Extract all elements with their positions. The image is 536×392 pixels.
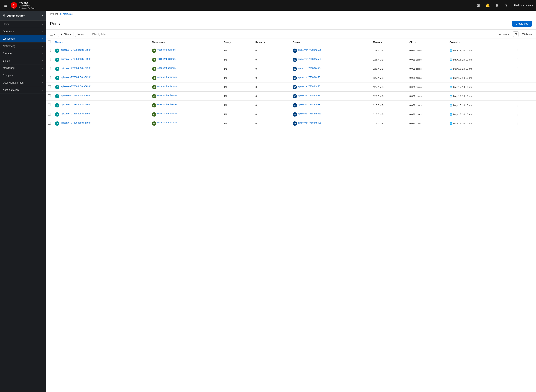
sidebar-item-builds[interactable]: Builds › (0, 57, 46, 65)
namespace-link-6[interactable]: openshift-apiserver (157, 103, 177, 106)
row-checkbox-1[interactable] (48, 58, 51, 61)
memory-sort-button[interactable]: Memory ↕ (373, 41, 405, 44)
row-kebab-button-1[interactable]: ⋮ (515, 57, 520, 62)
row-kebab-button-3[interactable]: ⋮ (515, 75, 520, 80)
created-sort-icon: ↕ (459, 41, 460, 43)
owner-icon-7: NS (293, 112, 297, 117)
owner-link-4[interactable]: apiserver-776884d58d (298, 85, 321, 88)
pod-name-link-7[interactable]: apiserver-776884d58d-6k98f (61, 112, 90, 115)
sidebar-item-workloads[interactable]: Workloads › (0, 35, 46, 42)
row-checkbox-3[interactable] (48, 76, 51, 79)
row-checkbox-6[interactable] (48, 103, 51, 106)
owner-sort-button[interactable]: Owner ↕ (293, 41, 369, 44)
select-all-checkbox[interactable] (50, 33, 53, 36)
sidebar-item-administration[interactable]: Administration › (0, 86, 46, 94)
owner-link-0[interactable]: apiserver-776884d58d (298, 48, 321, 51)
row-checkbox-2[interactable] (48, 67, 51, 70)
pod-name-link-3[interactable]: apiserver-776884d58d-6k98f (61, 76, 90, 79)
notifications-bell-button[interactable]: 🔔 (485, 3, 491, 8)
sidebar-item-user-management-chevron-icon: › (42, 81, 43, 84)
project-selector[interactable]: all projects ▾ (60, 13, 73, 15)
row-memory-cell: 125.7 MiB (371, 55, 407, 64)
sidebar-item-networking[interactable]: Networking › (0, 42, 46, 50)
name-filter-dropdown-button[interactable]: Name ▾ (75, 32, 88, 37)
pod-status-icon-2: P (55, 67, 59, 71)
row-kebab-button-5[interactable]: ⋮ (515, 93, 520, 99)
row-kebab-button-4[interactable]: ⋮ (515, 84, 520, 90)
ready-sort-button[interactable]: Ready ↕ (224, 41, 251, 44)
row-kebab-button-0[interactable]: ⋮ (515, 48, 520, 53)
pod-name-link-4[interactable]: apiserver-776884d58d-6k98f (61, 85, 90, 88)
pod-name-link-2[interactable]: apiserver-776884d58d-6k98f (61, 67, 90, 70)
namespace-link-7[interactable]: openshift-apiserver (157, 112, 177, 115)
sidebar-item-compute[interactable]: Compute › (0, 72, 46, 79)
cpu-sort-button[interactable]: CPU ↕ (409, 41, 446, 44)
columns-toggle-button[interactable]: ⊞ (513, 31, 518, 37)
sidebar-role-chevron-icon: ▾ (42, 14, 43, 17)
row-checkbox-4[interactable] (48, 85, 51, 88)
row-checkbox-0[interactable] (48, 49, 51, 52)
namespace-link-5[interactable]: openshift-apiserver (157, 94, 177, 97)
owner-link-6[interactable]: apiserver-776884d58d (298, 103, 321, 106)
header-select-all-checkbox[interactable] (48, 41, 51, 43)
owner-link-7[interactable]: apiserver-776884d58d (298, 112, 321, 115)
cpu-value-3: 0.021 cores (409, 77, 422, 79)
help-icon-button[interactable]: ? (503, 3, 509, 8)
row-kebab-button-2[interactable]: ⋮ (515, 66, 520, 71)
row-kebab-button-6[interactable]: ⋮ (515, 103, 520, 108)
filter-by-label-input[interactable] (90, 32, 129, 37)
namespace-link-0[interactable]: openshift-apis455 (157, 48, 176, 51)
pod-name-link-0[interactable]: apiserver-776884d58d-6k98f (61, 48, 90, 51)
namespace-link-8[interactable]: openshift-apiserver (157, 121, 177, 124)
row-checkbox-8[interactable] (48, 122, 51, 125)
col-header-restarts: Restarts ↕ (253, 39, 291, 46)
restarts-sort-button[interactable]: Restarts ↕ (256, 41, 289, 44)
row-cpu-cell: 0.021 cores (407, 64, 448, 73)
cpu-sort-icon: ↕ (415, 41, 416, 43)
row-memory-cell: 125.7 MiB (371, 83, 407, 92)
pod-name-link-6[interactable]: apiserver-776884d58d-6k98f (61, 103, 90, 106)
row-kebab-button-8[interactable]: ⋮ (515, 121, 520, 126)
row-checkbox-7[interactable] (48, 113, 51, 116)
namespace-link-3[interactable]: openshift-apiserver (157, 76, 177, 78)
namespace-link-2[interactable]: openshift-apis455 (157, 67, 176, 69)
row-checkbox-5[interactable] (48, 94, 51, 97)
sidebar-item-operators[interactable]: Operators › (0, 28, 46, 35)
owner-link-3[interactable]: apiserver-776884d58d (298, 76, 321, 79)
select-all-dropdown-button[interactable]: ▾ (53, 32, 56, 36)
sidebar-item-storage[interactable]: Storage › (0, 50, 46, 57)
owner-link-1[interactable]: apiserver-776884d58d (298, 57, 321, 61)
hamburger-menu-button[interactable]: ☰ (3, 3, 9, 8)
sidebar-item-administration-label: Administration (3, 89, 19, 91)
table-row: P apiserver-776884d58d-6k98f NS openshif… (46, 92, 536, 101)
add-icon-button[interactable]: ⊕ (494, 3, 500, 8)
namespace-sort-button[interactable]: Namespace ↕ (152, 41, 220, 44)
create-pod-button[interactable]: Create pod (512, 21, 532, 27)
pod-status-icon-7: P (55, 112, 59, 117)
owner-link-5[interactable]: apiserver-776884d58d (298, 94, 321, 97)
sidebar-item-user-management[interactable]: User Managerment › (0, 79, 46, 86)
pod-name-link-8[interactable]: apiserver-776884d58d-6k98f (61, 121, 90, 124)
sidebar-item-monitoring[interactable]: Monitoring › (0, 65, 46, 72)
owner-icon-0: NS (293, 49, 297, 53)
name-sort-button[interactable]: Name ↑ (55, 41, 148, 44)
user-menu[interactable]: Ned Username ▾ (514, 4, 533, 7)
namespace-link-1[interactable]: openshift-apis455 (157, 57, 176, 60)
sidebar-role-switcher[interactable]: ⚙ Administrator ▾ (0, 11, 46, 21)
row-kebab-button-7[interactable]: ⋮ (515, 112, 520, 117)
sidebar-item-compute-label: Compute (3, 74, 13, 77)
sidebar-item-home[interactable]: Home › (0, 21, 46, 28)
pod-name-link-1[interactable]: apiserver-776884d58d-6k98f (61, 57, 90, 61)
grid-icon-button[interactable]: ⊞ (476, 3, 481, 8)
sidebar-item-administration-chevron-icon: › (42, 89, 43, 91)
owner-link-2[interactable]: apiserver-776884d58d (298, 67, 321, 70)
namespace-link-4[interactable]: openshift-apiserver (157, 85, 177, 88)
pod-name-link-5[interactable]: apiserver-776884d58d-6k98f (61, 94, 90, 97)
sidebar-item-user-management-label: User Managerment (3, 81, 24, 84)
nav-icons-group: ⊞ 🔔 ⊕ ? Ned Username ▾ (476, 3, 533, 8)
owner-link-8[interactable]: apiserver-776884d58d (298, 121, 321, 124)
created-sort-button[interactable]: Created ↕ (450, 41, 510, 44)
filter-button[interactable]: ▼ Filter ▾ (58, 32, 73, 37)
actions-dropdown-button[interactable]: Actions ▾ (497, 32, 511, 37)
row-kebab-cell: ⋮ (512, 73, 536, 83)
